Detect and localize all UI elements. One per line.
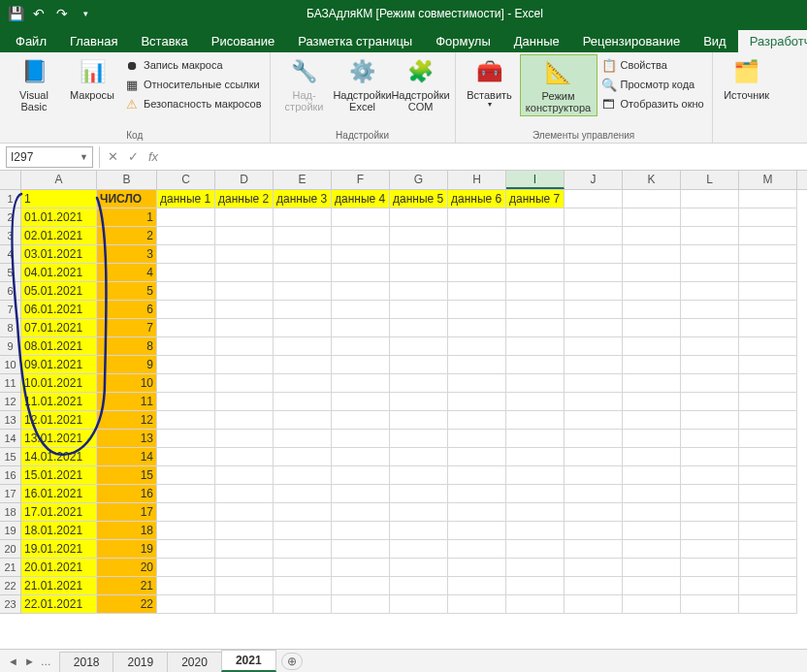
cell-L7[interactable]: [681, 301, 739, 319]
column-header-M[interactable]: M: [739, 171, 797, 189]
sheet-tab-2019[interactable]: 2019: [113, 652, 168, 672]
cell-H11[interactable]: [448, 374, 506, 393]
cell-G11[interactable]: [390, 374, 448, 393]
cell-F3[interactable]: [332, 227, 390, 245]
cell-G17[interactable]: [390, 485, 448, 503]
row-header[interactable]: 17: [0, 485, 21, 503]
redo-icon[interactable]: ↷: [54, 6, 70, 21]
row-header[interactable]: 11: [0, 374, 21, 393]
cell-F10[interactable]: [332, 356, 390, 374]
cell-K21[interactable]: [623, 559, 681, 577]
cell-K22[interactable]: [623, 577, 681, 595]
cell-K1[interactable]: [623, 190, 681, 208]
cell-E12[interactable]: [274, 393, 332, 411]
cell-L21[interactable]: [681, 559, 739, 577]
cell-I2[interactable]: [506, 208, 565, 227]
cell-M12[interactable]: [739, 393, 797, 411]
row-header[interactable]: 15: [0, 448, 21, 466]
tab-draw[interactable]: Рисование: [200, 30, 286, 52]
cell-E10[interactable]: [274, 356, 332, 374]
record-macro-button[interactable]: ⏺ Запись макроса: [122, 56, 264, 74]
cell-C17[interactable]: [157, 485, 215, 503]
cell-A11[interactable]: 10.01.2021: [21, 374, 97, 393]
tab-home[interactable]: Главная: [58, 30, 129, 52]
cell-L5[interactable]: [681, 264, 739, 282]
cell-D5[interactable]: [215, 264, 274, 282]
cell-B17[interactable]: 16: [97, 485, 157, 503]
cell-D15[interactable]: [215, 448, 274, 466]
cell-C7[interactable]: [157, 301, 215, 319]
cell-I7[interactable]: [506, 301, 565, 319]
cell-D22[interactable]: [215, 577, 274, 595]
cell-G5[interactable]: [390, 264, 448, 282]
cell-J8[interactable]: [565, 319, 623, 337]
row-header[interactable]: 19: [0, 522, 21, 540]
row-header[interactable]: 12: [0, 393, 21, 411]
enter-icon[interactable]: ✓: [128, 149, 139, 164]
cell-I14[interactable]: [506, 430, 565, 448]
cell-H21[interactable]: [448, 559, 506, 577]
cell-F2[interactable]: [332, 208, 390, 227]
cell-M23[interactable]: [739, 595, 797, 614]
cell-L12[interactable]: [681, 393, 739, 411]
cell-J7[interactable]: [565, 301, 623, 319]
macros-button[interactable]: 📊 Макросы: [64, 54, 120, 103]
cell-H9[interactable]: [448, 337, 506, 356]
cell-A21[interactable]: 20.01.2021: [21, 559, 97, 577]
cell-E23[interactable]: [274, 595, 332, 614]
cell-C5[interactable]: [157, 264, 215, 282]
cell-B18[interactable]: 17: [97, 503, 157, 522]
cell-C15[interactable]: [157, 448, 215, 466]
cell-C18[interactable]: [157, 503, 215, 522]
column-header-K[interactable]: K: [623, 171, 681, 189]
cell-B4[interactable]: 3: [97, 245, 157, 264]
cell-J11[interactable]: [565, 374, 623, 393]
cell-D8[interactable]: [215, 319, 274, 337]
column-header-J[interactable]: J: [565, 171, 623, 189]
row-header[interactable]: 7: [0, 301, 21, 319]
cell-C16[interactable]: [157, 466, 215, 485]
cell-A7[interactable]: 06.01.2021: [21, 301, 97, 319]
addins-button[interactable]: 🔧 Над- стройки: [276, 54, 333, 114]
cell-C3[interactable]: [157, 227, 215, 245]
cell-K5[interactable]: [623, 264, 681, 282]
tab-review[interactable]: Рецензирование: [571, 30, 692, 52]
cell-K19[interactable]: [623, 522, 681, 540]
cell-I8[interactable]: [506, 319, 565, 337]
sheet-tab-2018[interactable]: 2018: [59, 652, 114, 672]
cell-D21[interactable]: [215, 559, 274, 577]
cell-M20[interactable]: [739, 540, 797, 559]
row-header[interactable]: 23: [0, 595, 21, 614]
properties-button[interactable]: 📋 Свойства: [599, 56, 706, 74]
column-header-C[interactable]: C: [157, 171, 215, 189]
cell-A4[interactable]: 03.01.2021: [21, 245, 97, 264]
cell-D2[interactable]: [215, 208, 274, 227]
cell-G10[interactable]: [390, 356, 448, 374]
cell-L10[interactable]: [681, 356, 739, 374]
cell-G13[interactable]: [390, 411, 448, 430]
cell-B2[interactable]: 1: [97, 208, 157, 227]
cell-E16[interactable]: [274, 466, 332, 485]
cell-H3[interactable]: [448, 227, 506, 245]
cell-F16[interactable]: [332, 466, 390, 485]
cell-M17[interactable]: [739, 485, 797, 503]
cell-B8[interactable]: 7: [97, 319, 157, 337]
excel-addins-button[interactable]: ⚙️ Надстройки Excel: [335, 54, 391, 114]
cell-A22[interactable]: 21.01.2021: [21, 577, 97, 595]
cell-C20[interactable]: [157, 540, 215, 559]
cell-D3[interactable]: [215, 227, 274, 245]
cell-C14[interactable]: [157, 430, 215, 448]
cell-L13[interactable]: [681, 411, 739, 430]
tab-developer[interactable]: Разработчик: [738, 30, 807, 52]
cell-G19[interactable]: [390, 522, 448, 540]
cell-L14[interactable]: [681, 430, 739, 448]
cell-K10[interactable]: [623, 356, 681, 374]
cell-C10[interactable]: [157, 356, 215, 374]
cell-F14[interactable]: [332, 430, 390, 448]
column-header-E[interactable]: E: [274, 171, 332, 189]
sheet-tab-2021[interactable]: 2021: [221, 650, 276, 672]
cell-L6[interactable]: [681, 282, 739, 301]
cell-L1[interactable]: [681, 190, 739, 208]
cell-M1[interactable]: [739, 190, 797, 208]
fx-icon[interactable]: fx: [148, 149, 158, 164]
